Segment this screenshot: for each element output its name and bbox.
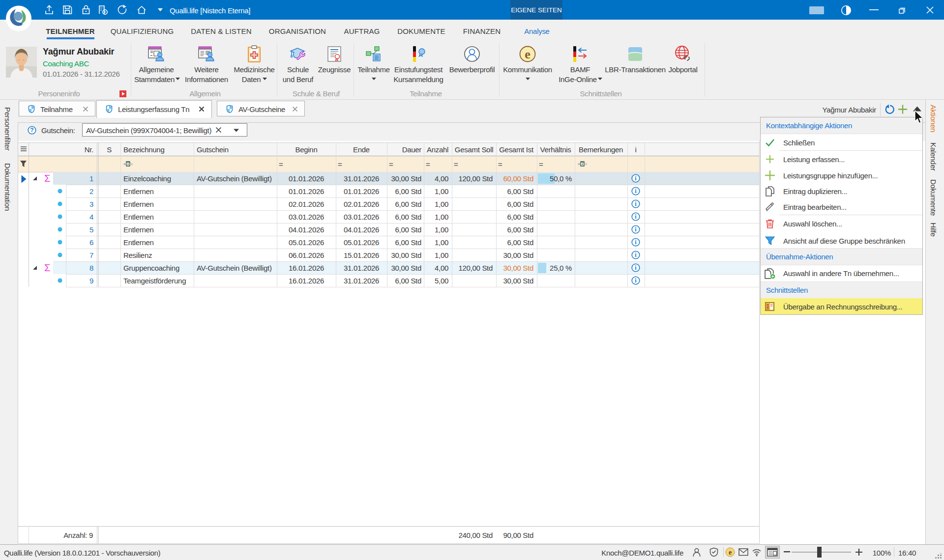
svg-text:B: B <box>126 162 130 167</box>
svg-text:e: e <box>525 47 531 61</box>
svg-text:B: B <box>581 162 584 167</box>
svg-text:c: c <box>131 162 133 166</box>
svg-text:a: a <box>123 162 126 166</box>
svg-text:?: ? <box>30 127 33 134</box>
svg-text:c: c <box>585 162 587 166</box>
svg-text:a: a <box>578 162 580 166</box>
